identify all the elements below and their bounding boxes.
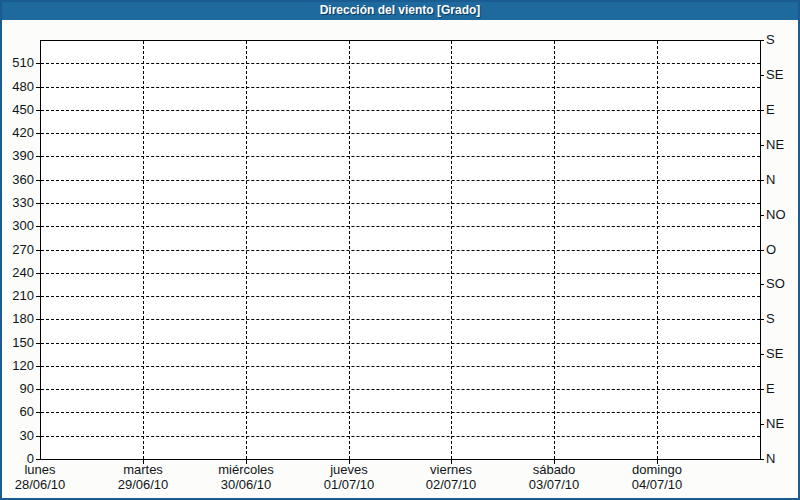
y-axis-tick: [36, 296, 40, 297]
y-gridline: [41, 110, 760, 111]
y-axis-tick: [36, 436, 40, 437]
x-axis-date-label: 28/06/10: [0, 478, 90, 492]
y-axis-tick-label: 390: [0, 149, 34, 163]
y-axis-tick: [36, 87, 40, 88]
x-gridline: [554, 41, 555, 459]
y-axis-tick: [36, 459, 40, 460]
x-gridline: [657, 41, 658, 459]
y-axis-tick-label: 180: [0, 312, 34, 326]
y-gridline: [41, 319, 760, 320]
compass-axis-tick: [760, 145, 764, 146]
x-axis-date-label: 01/07/10: [299, 478, 399, 492]
compass-axis-tick-label: SE: [766, 67, 783, 83]
y-axis-tick-label: 60: [0, 405, 34, 419]
x-axis-date-label: 04/07/10: [607, 478, 707, 492]
y-gridline: [41, 343, 760, 344]
compass-axis-tick: [760, 424, 764, 425]
compass-axis-tick: [760, 284, 764, 285]
y-axis-tick: [36, 343, 40, 344]
y-axis-tick: [36, 133, 40, 134]
x-gridline: [246, 41, 247, 459]
x-axis-day-label: sábado: [504, 463, 604, 477]
y-axis-tick-label: 90: [0, 382, 34, 396]
y-axis-tick: [36, 412, 40, 413]
y-gridline: [41, 87, 760, 88]
y-gridline: [41, 133, 760, 134]
y-axis-tick: [36, 366, 40, 367]
x-gridline: [349, 41, 350, 459]
y-axis-tick-label: 420: [0, 126, 34, 140]
compass-axis-tick-label: NO: [766, 207, 786, 223]
compass-axis-tick: [760, 354, 764, 355]
y-gridline: [41, 412, 760, 413]
y-gridline: [41, 389, 760, 390]
compass-axis-tick: [760, 250, 764, 251]
compass-axis-tick-label: SE: [766, 346, 783, 362]
compass-axis-tick-label: N: [766, 451, 775, 467]
compass-axis-tick: [760, 319, 764, 320]
compass-axis-tick-label: SO: [766, 276, 785, 292]
y-axis-tick: [36, 156, 40, 157]
y-axis-tick: [36, 110, 40, 111]
compass-axis-tick-label: E: [766, 102, 775, 118]
compass-axis-tick-label: S: [766, 32, 775, 48]
x-axis-date-label: 03/07/10: [504, 478, 604, 492]
y-axis-tick-label: 510: [0, 56, 34, 70]
chart-title-bar: Dirección del viento [Grado]: [0, 0, 800, 20]
x-axis-date-label: 30/06/10: [196, 478, 296, 492]
y-axis-tick: [36, 180, 40, 181]
y-gridline: [41, 156, 760, 157]
y-axis-tick-label: 210: [0, 289, 34, 303]
y-gridline: [41, 226, 760, 227]
compass-axis-tick: [760, 180, 764, 181]
chart-title: Dirección del viento [Grado]: [320, 3, 481, 17]
y-gridline: [41, 273, 760, 274]
y-axis-tick: [36, 319, 40, 320]
y-axis-tick: [36, 273, 40, 274]
x-axis-date-label: 02/07/10: [401, 478, 501, 492]
compass-axis-tick-label: S: [766, 311, 775, 327]
y-gridline: [41, 180, 760, 181]
y-axis-tick-label: 120: [0, 359, 34, 373]
y-axis-tick-label: 150: [0, 336, 34, 350]
compass-axis-tick: [760, 75, 764, 76]
chart-window: Dirección del viento [Grado] Grado 03060…: [0, 0, 800, 500]
compass-axis-tick-label: NE: [766, 137, 784, 153]
y-gridline: [41, 203, 760, 204]
y-gridline: [41, 63, 760, 64]
y-axis-tick-label: 480: [0, 80, 34, 94]
x-axis-day-label: viernes: [401, 463, 501, 477]
x-gridline: [143, 41, 144, 459]
y-gridline: [41, 250, 760, 251]
x-axis-day-label: martes: [93, 463, 193, 477]
compass-axis-tick: [760, 40, 764, 41]
compass-axis-tick: [760, 389, 764, 390]
y-gridline: [41, 296, 760, 297]
y-axis-tick: [36, 226, 40, 227]
y-axis-tick-label: 240: [0, 266, 34, 280]
x-axis-day-label: domingo: [607, 463, 707, 477]
y-axis-tick-label: 450: [0, 103, 34, 117]
compass-axis-tick-label: N: [766, 172, 775, 188]
compass-axis-tick-label: NE: [766, 416, 784, 432]
compass-axis-tick: [760, 459, 764, 460]
compass-axis-tick-label: E: [766, 381, 775, 397]
y-axis-tick-label: 270: [0, 243, 34, 257]
compass-axis-tick: [760, 110, 764, 111]
x-axis-date-label: 29/06/10: [93, 478, 193, 492]
x-axis-day-label: lunes: [0, 463, 90, 477]
compass-axis-tick: [760, 215, 764, 216]
compass-axis-tick-label: O: [766, 242, 776, 258]
y-axis-tick-label: 330: [0, 196, 34, 210]
y-axis-tick: [36, 203, 40, 204]
y-gridline: [41, 366, 760, 367]
y-axis-tick: [36, 389, 40, 390]
x-axis-day-label: miércoles: [196, 463, 296, 477]
x-axis-day-label: jueves: [299, 463, 399, 477]
y-axis-tick: [36, 250, 40, 251]
y-axis-tick-label: 360: [0, 173, 34, 187]
y-gridline: [41, 436, 760, 437]
y-axis-tick-label: 30: [0, 429, 34, 443]
y-axis-tick-label: 300: [0, 219, 34, 233]
y-axis-tick: [36, 63, 40, 64]
